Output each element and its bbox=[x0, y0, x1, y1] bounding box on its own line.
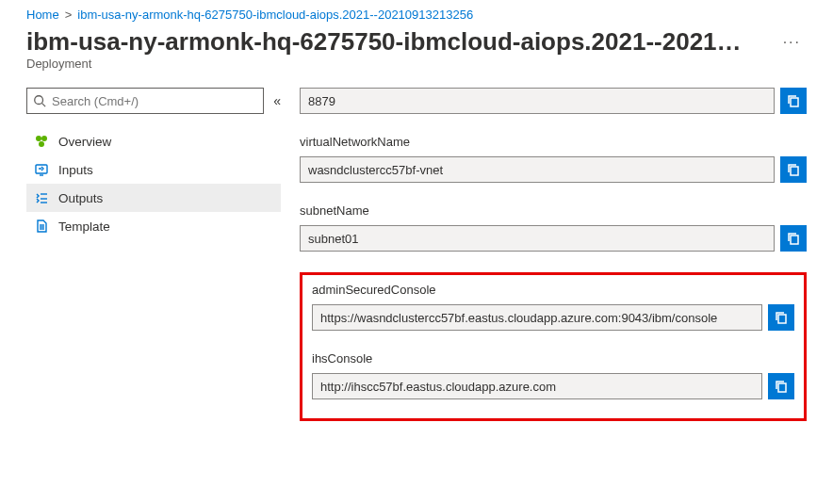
outputs-icon bbox=[34, 190, 49, 205]
svg-line-1 bbox=[42, 104, 46, 107]
overview-icon bbox=[34, 134, 49, 149]
breadcrumb-home[interactable]: Home bbox=[26, 8, 59, 22]
output-label: subnetName bbox=[300, 203, 807, 218]
svg-rect-13 bbox=[791, 98, 798, 106]
breadcrumb-current[interactable]: ibm-usa-ny-armonk-hq-6275750-ibmcloud-ai… bbox=[77, 8, 473, 22]
copy-button[interactable] bbox=[768, 373, 794, 399]
svg-point-2 bbox=[36, 136, 41, 141]
copy-button[interactable] bbox=[768, 304, 794, 331]
sidebar-item-label: Outputs bbox=[58, 191, 103, 205]
output-group bbox=[300, 88, 807, 114]
sidebar-item-inputs[interactable]: Inputs bbox=[26, 155, 281, 184]
output-value-adminsecuredconsole[interactable] bbox=[312, 304, 762, 331]
sidebar-item-label: Overview bbox=[58, 135, 111, 149]
copy-button[interactable] bbox=[780, 225, 807, 252]
sidebar-item-label: Template bbox=[58, 219, 110, 234]
copy-icon bbox=[774, 379, 789, 394]
copy-icon bbox=[786, 231, 801, 246]
output-label: ihsConsole bbox=[312, 351, 794, 366]
output-group: ihsConsole bbox=[312, 351, 794, 399]
svg-rect-15 bbox=[791, 236, 798, 244]
search-input[interactable] bbox=[52, 94, 257, 108]
output-value[interactable] bbox=[300, 88, 775, 114]
template-icon bbox=[34, 219, 49, 234]
breadcrumb: Home > ibm-usa-ny-armonk-hq-6275750-ibmc… bbox=[26, 8, 807, 22]
search-icon bbox=[33, 94, 46, 107]
copy-icon bbox=[774, 310, 789, 325]
copy-icon bbox=[786, 93, 801, 108]
svg-point-0 bbox=[35, 96, 43, 105]
sidebar: « Overview Inputs Outputs Template bbox=[26, 88, 281, 421]
sidebar-item-template[interactable]: Template bbox=[26, 212, 281, 240]
page-title: ibm-usa-ny-armonk-hq-6275750-ibmcloud-ai… bbox=[26, 27, 743, 57]
svg-rect-17 bbox=[778, 383, 786, 392]
svg-rect-16 bbox=[778, 315, 786, 323]
svg-point-3 bbox=[41, 136, 47, 141]
more-actions-button[interactable]: ··· bbox=[777, 30, 807, 55]
page-subtitle: Deployment bbox=[26, 57, 807, 71]
highlighted-outputs: adminSecuredConsole ihsConsole bbox=[300, 272, 807, 421]
svg-point-4 bbox=[39, 141, 44, 147]
copy-button[interactable] bbox=[780, 88, 807, 114]
output-label: virtualNetworkName bbox=[300, 135, 807, 149]
output-value[interactable] bbox=[300, 225, 775, 252]
output-group: virtualNetworkName bbox=[300, 135, 807, 183]
output-group: adminSecuredConsole bbox=[312, 283, 794, 331]
copy-icon bbox=[786, 162, 801, 177]
outputs-panel: virtualNetworkName subnetName adminSecur… bbox=[300, 88, 807, 421]
output-value[interactable] bbox=[300, 156, 775, 183]
output-group: subnetName bbox=[300, 203, 807, 252]
sidebar-item-label: Inputs bbox=[58, 163, 93, 177]
breadcrumb-separator: > bbox=[65, 8, 73, 22]
sidebar-item-outputs[interactable]: Outputs bbox=[26, 184, 281, 212]
sidebar-search[interactable] bbox=[26, 88, 264, 114]
inputs-icon bbox=[34, 162, 49, 177]
output-label: adminSecuredConsole bbox=[312, 283, 794, 297]
collapse-sidebar-button[interactable]: « bbox=[273, 93, 281, 108]
sidebar-item-overview[interactable]: Overview bbox=[26, 127, 281, 155]
output-value-ihsconsole[interactable] bbox=[312, 373, 762, 399]
copy-button[interactable] bbox=[780, 156, 807, 183]
svg-rect-14 bbox=[791, 167, 798, 175]
